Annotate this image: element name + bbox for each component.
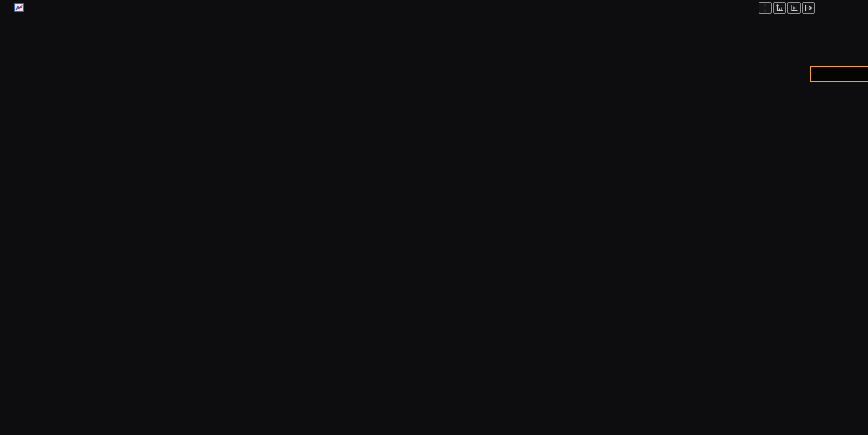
chart-toolbar [759,2,815,14]
chart-app [0,0,868,435]
line-chart-icon[interactable] [14,3,24,14]
chart-header [0,0,868,17]
candlestick-chart[interactable] [0,0,868,435]
current-price-label [810,66,868,82]
pan-right-icon[interactable] [802,2,815,14]
crosshair-icon[interactable] [759,2,772,14]
axis-scale-up-icon[interactable] [773,2,786,14]
axis-scale-play-icon[interactable] [787,2,801,14]
